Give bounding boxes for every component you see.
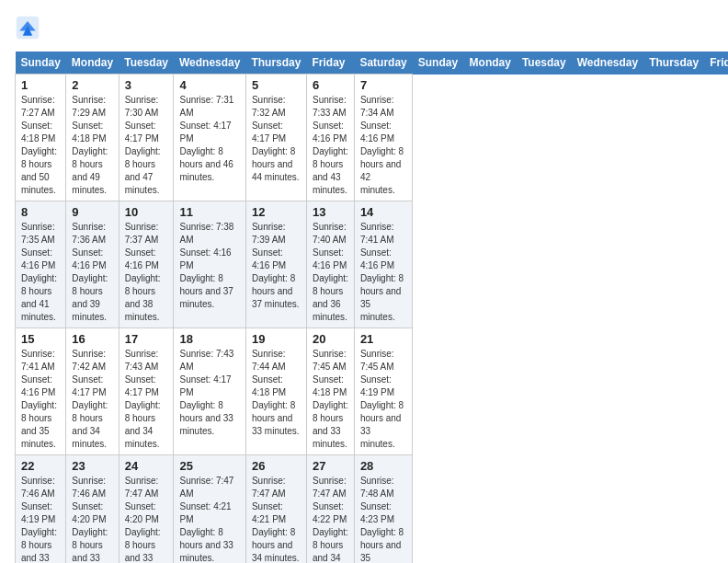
- weekday-header-tuesday: Tuesday: [119, 52, 174, 75]
- day-number: 18: [179, 332, 239, 346]
- weekday-header-sunday: Sunday: [413, 52, 464, 75]
- calendar-week-row: 8Sunrise: 7:35 AMSunset: 4:16 PMDaylight…: [16, 201, 729, 328]
- day-info: Sunrise: 7:47 AMSunset: 4:22 PMDaylight:…: [313, 475, 348, 563]
- calendar-cell: 15Sunrise: 7:41 AMSunset: 4:16 PMDayligh…: [16, 328, 66, 455]
- day-number: 28: [360, 459, 406, 473]
- day-number: 14: [360, 205, 406, 219]
- day-info: Sunrise: 7:46 AMSunset: 4:19 PMDaylight:…: [21, 475, 60, 563]
- day-number: 1: [21, 78, 60, 92]
- weekday-header-friday: Friday: [306, 52, 354, 75]
- day-number: 26: [252, 459, 301, 473]
- calendar-cell: 5Sunrise: 7:32 AMSunset: 4:17 PMDaylight…: [245, 75, 306, 201]
- day-info: Sunrise: 7:34 AMSunset: 4:16 PMDaylight:…: [360, 94, 406, 197]
- calendar-header-row: SundayMondayTuesdayWednesdayThursdayFrid…: [16, 52, 729, 75]
- calendar-cell: 7Sunrise: 7:34 AMSunset: 4:16 PMDaylight…: [354, 75, 412, 201]
- day-number: 19: [252, 332, 301, 346]
- day-number: 24: [125, 459, 168, 473]
- calendar-cell: 28Sunrise: 7:48 AMSunset: 4:23 PMDayligh…: [354, 455, 412, 564]
- day-number: 7: [360, 78, 406, 92]
- day-number: 9: [72, 205, 112, 219]
- day-number: 23: [72, 459, 112, 473]
- calendar-cell: 9Sunrise: 7:36 AMSunset: 4:16 PMDaylight…: [66, 201, 119, 328]
- day-info: Sunrise: 7:47 AMSunset: 4:20 PMDaylight:…: [125, 475, 168, 563]
- logo: [15, 15, 44, 40]
- day-number: 5: [252, 78, 301, 92]
- day-info: Sunrise: 7:41 AMSunset: 4:16 PMDaylight:…: [360, 221, 406, 324]
- calendar-cell: 17Sunrise: 7:43 AMSunset: 4:17 PMDayligh…: [119, 328, 174, 455]
- day-info: Sunrise: 7:27 AMSunset: 4:18 PMDaylight:…: [21, 94, 60, 197]
- calendar-cell: 8Sunrise: 7:35 AMSunset: 4:16 PMDaylight…: [16, 201, 66, 328]
- calendar-cell: 3Sunrise: 7:30 AMSunset: 4:17 PMDaylight…: [119, 75, 174, 201]
- day-info: Sunrise: 7:39 AMSunset: 4:16 PMDaylight:…: [252, 221, 301, 311]
- weekday-header-saturday: Saturday: [354, 52, 412, 75]
- day-info: Sunrise: 7:43 AMSunset: 4:17 PMDaylight:…: [179, 348, 239, 438]
- day-info: Sunrise: 7:47 AMSunset: 4:21 PMDaylight:…: [179, 475, 239, 563]
- weekday-header-monday: Monday: [66, 52, 119, 75]
- calendar-cell: 1Sunrise: 7:27 AMSunset: 4:18 PMDaylight…: [16, 75, 66, 201]
- day-number: 16: [72, 332, 112, 346]
- day-info: Sunrise: 7:46 AMSunset: 4:20 PMDaylight:…: [72, 475, 112, 563]
- weekday-header-monday: Monday: [464, 52, 517, 75]
- calendar-cell: 4Sunrise: 7:31 AMSunset: 4:17 PMDaylight…: [174, 75, 245, 201]
- calendar-cell: 23Sunrise: 7:46 AMSunset: 4:20 PMDayligh…: [66, 455, 119, 564]
- day-number: 25: [179, 459, 239, 473]
- weekday-header-thursday: Thursday: [643, 52, 704, 75]
- calendar-cell: 22Sunrise: 7:46 AMSunset: 4:19 PMDayligh…: [16, 455, 66, 564]
- day-number: 11: [179, 205, 239, 219]
- day-number: 8: [21, 205, 60, 219]
- day-info: Sunrise: 7:45 AMSunset: 4:18 PMDaylight:…: [313, 348, 348, 451]
- day-info: Sunrise: 7:37 AMSunset: 4:16 PMDaylight:…: [125, 221, 168, 324]
- day-number: 17: [125, 332, 168, 346]
- weekday-header-wednesday: Wednesday: [572, 52, 643, 75]
- calendar-cell: 24Sunrise: 7:47 AMSunset: 4:20 PMDayligh…: [119, 455, 174, 564]
- day-info: Sunrise: 7:32 AMSunset: 4:17 PMDaylight:…: [252, 94, 301, 184]
- day-number: 20: [313, 332, 348, 346]
- day-number: 15: [21, 332, 60, 346]
- day-info: Sunrise: 7:40 AMSunset: 4:16 PMDaylight:…: [313, 221, 348, 324]
- day-number: 4: [179, 78, 239, 92]
- calendar-cell: 10Sunrise: 7:37 AMSunset: 4:16 PMDayligh…: [119, 201, 174, 328]
- day-info: Sunrise: 7:41 AMSunset: 4:16 PMDaylight:…: [21, 348, 60, 451]
- day-info: Sunrise: 7:45 AMSunset: 4:19 PMDaylight:…: [360, 348, 406, 451]
- calendar-cell: 16Sunrise: 7:42 AMSunset: 4:17 PMDayligh…: [66, 328, 119, 455]
- day-number: 6: [313, 78, 348, 92]
- weekday-header-sunday: Sunday: [16, 52, 66, 75]
- day-info: Sunrise: 7:42 AMSunset: 4:17 PMDaylight:…: [72, 348, 112, 451]
- calendar-cell: 14Sunrise: 7:41 AMSunset: 4:16 PMDayligh…: [354, 201, 412, 328]
- day-number: 27: [313, 459, 348, 473]
- calendar-cell: 21Sunrise: 7:45 AMSunset: 4:19 PMDayligh…: [354, 328, 412, 455]
- calendar-week-row: 22Sunrise: 7:46 AMSunset: 4:19 PMDayligh…: [16, 455, 729, 564]
- weekday-header-wednesday: Wednesday: [174, 52, 245, 75]
- day-info: Sunrise: 7:38 AMSunset: 4:16 PMDaylight:…: [179, 221, 239, 311]
- weekday-header-tuesday: Tuesday: [517, 52, 572, 75]
- calendar-cell: 6Sunrise: 7:33 AMSunset: 4:16 PMDaylight…: [306, 75, 354, 201]
- day-number: 21: [360, 332, 406, 346]
- day-number: 2: [72, 78, 112, 92]
- weekday-header-friday: Friday: [704, 52, 728, 75]
- day-number: 10: [125, 205, 168, 219]
- day-info: Sunrise: 7:47 AMSunset: 4:21 PMDaylight:…: [252, 475, 301, 563]
- day-info: Sunrise: 7:33 AMSunset: 4:16 PMDaylight:…: [313, 94, 348, 197]
- calendar-cell: 13Sunrise: 7:40 AMSunset: 4:16 PMDayligh…: [306, 201, 354, 328]
- weekday-header-thursday: Thursday: [245, 52, 306, 75]
- day-info: Sunrise: 7:29 AMSunset: 4:18 PMDaylight:…: [72, 94, 112, 197]
- day-info: Sunrise: 7:48 AMSunset: 4:23 PMDaylight:…: [360, 475, 406, 563]
- calendar-week-row: 15Sunrise: 7:41 AMSunset: 4:16 PMDayligh…: [16, 328, 729, 455]
- calendar-cell: 20Sunrise: 7:45 AMSunset: 4:18 PMDayligh…: [306, 328, 354, 455]
- calendar-cell: 2Sunrise: 7:29 AMSunset: 4:18 PMDaylight…: [66, 75, 119, 201]
- calendar-cell: 27Sunrise: 7:47 AMSunset: 4:22 PMDayligh…: [306, 455, 354, 564]
- calendar-cell: 12Sunrise: 7:39 AMSunset: 4:16 PMDayligh…: [245, 201, 306, 328]
- calendar-cell: 11Sunrise: 7:38 AMSunset: 4:16 PMDayligh…: [174, 201, 245, 328]
- logo-icon: [15, 15, 40, 40]
- calendar-week-row: 1Sunrise: 7:27 AMSunset: 4:18 PMDaylight…: [16, 75, 729, 201]
- calendar-cell: 26Sunrise: 7:47 AMSunset: 4:21 PMDayligh…: [245, 455, 306, 564]
- day-number: 13: [313, 205, 348, 219]
- calendar-cell: 19Sunrise: 7:44 AMSunset: 4:18 PMDayligh…: [245, 328, 306, 455]
- calendar-cell: 18Sunrise: 7:43 AMSunset: 4:17 PMDayligh…: [174, 328, 245, 455]
- day-number: 12: [252, 205, 301, 219]
- day-info: Sunrise: 7:44 AMSunset: 4:18 PMDaylight:…: [252, 348, 301, 438]
- day-info: Sunrise: 7:31 AMSunset: 4:17 PMDaylight:…: [179, 94, 239, 184]
- day-info: Sunrise: 7:43 AMSunset: 4:17 PMDaylight:…: [125, 348, 168, 451]
- day-number: 22: [21, 459, 60, 473]
- day-info: Sunrise: 7:36 AMSunset: 4:16 PMDaylight:…: [72, 221, 112, 324]
